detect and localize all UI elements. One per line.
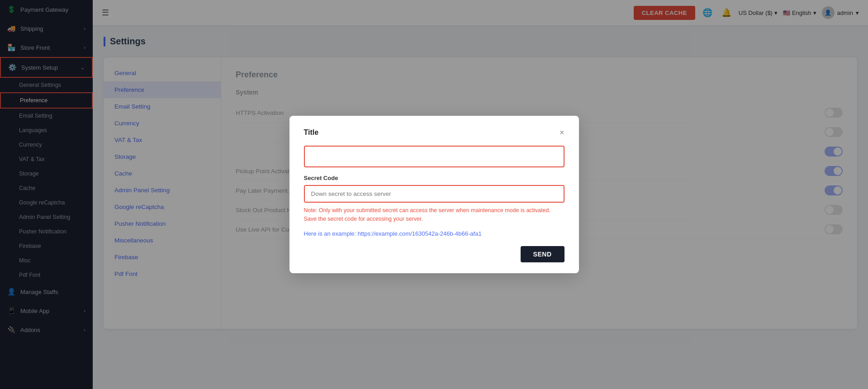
modal-overlay[interactable]: Title × Secret Code Note: Only with your…	[0, 0, 868, 389]
modal-top-input-box	[304, 146, 564, 167]
secret-code-input[interactable]	[305, 186, 564, 202]
modal-dialog: Title × Secret Code Note: Only with your…	[289, 116, 579, 274]
send-button[interactable]: SEND	[521, 246, 564, 262]
secret-code-input-wrapper	[304, 185, 564, 203]
secret-code-label: Secret Code	[304, 175, 564, 181]
modal-note: Note: Only with your submitted secret ca…	[304, 206, 564, 223]
modal-header: Title ×	[304, 128, 564, 137]
modal-title: Title	[304, 128, 319, 137]
modal-close-button[interactable]: ×	[560, 128, 564, 137]
modal-example: Here is an example: https://example.com/…	[304, 230, 564, 237]
modal-footer: SEND	[304, 246, 564, 262]
